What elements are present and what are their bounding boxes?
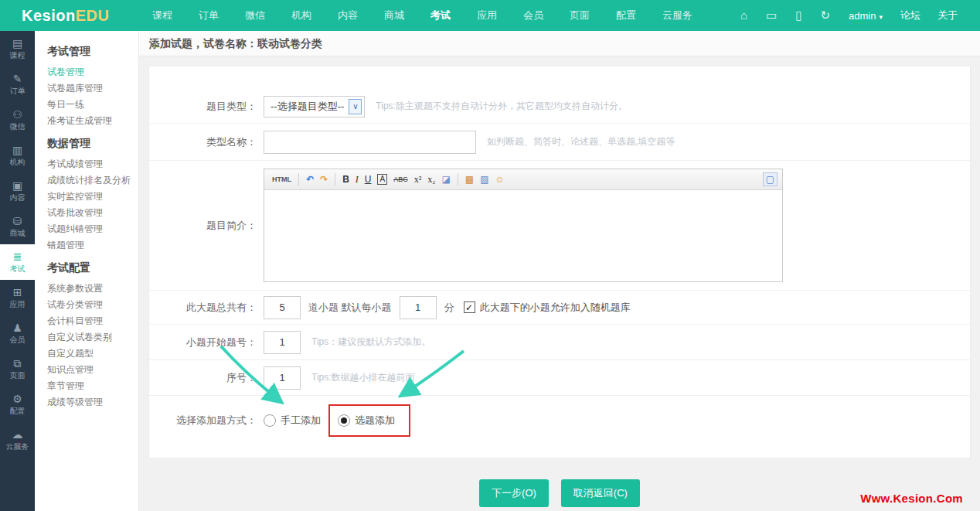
desktop-icon[interactable]: ▭	[757, 0, 786, 31]
submenu-item-accounting-subjects[interactable]: 会计科目管理	[47, 313, 138, 329]
submenu-item-paper-management[interactable]: 试卷管理	[47, 64, 138, 80]
question-type-select[interactable]: --选择题目类型-- ∨	[264, 96, 365, 118]
sidebar-item-mall[interactable]: ⛁商城	[0, 209, 35, 244]
order-number-tip: Tips:数据越小排在越前面	[311, 371, 415, 384]
submenu-item-custom-paper-types[interactable]: 自定义试卷类别	[47, 329, 138, 346]
username: admin	[849, 10, 876, 22]
type-name-row: 类型名称： 如判断题、简答时、论述题、单选题,填空题等	[149, 124, 970, 161]
logo-text-edu: EDU	[76, 7, 110, 24]
bold-icon[interactable]: B	[339, 170, 352, 189]
submenu-item-knowledge-points[interactable]: 知识点管理	[47, 362, 138, 378]
top-menu-apps[interactable]: 应用	[464, 0, 510, 31]
submenu-item-score-stats[interactable]: 成绩统计排名及分析	[47, 172, 138, 189]
question-count-label: 此大题总共有：	[149, 301, 264, 315]
about-link[interactable]: 关于	[929, 9, 966, 22]
top-menu-content[interactable]: 内容	[325, 0, 371, 31]
insert-image-icon[interactable]: ▩	[462, 170, 477, 189]
underline-icon[interactable]: U	[362, 170, 375, 189]
undo-icon[interactable]: ↶	[303, 170, 317, 189]
gear-icon: ⚙	[12, 393, 22, 405]
submenu-section-exam-config: 考试配置	[47, 261, 138, 275]
insert-media-icon[interactable]: ▨	[477, 170, 492, 189]
sidebar-item-institution[interactable]: ▥机构	[0, 138, 35, 173]
left-icon-sidebar: ▤课程 ✎订单 ⚇微信 ▥机构 ▣内容 ⛁商城 ≣考试 ⊞应用 ♟会员 ⧉页面 …	[0, 31, 35, 511]
font-color-icon[interactable]: A	[377, 174, 387, 185]
submenu-item-grade-levels[interactable]: 成绩等级管理	[47, 394, 138, 411]
type-name-tip: 如判断题、简答时、论述题、单选题,填空题等	[487, 135, 675, 148]
submenu-item-realtime-monitor[interactable]: 实时监控管理	[47, 189, 138, 205]
score-unit-text: 分	[444, 301, 454, 315]
forum-link[interactable]: 论坛	[892, 9, 929, 22]
submenu-item-paper-bank[interactable]: 试卷题库管理	[47, 80, 138, 97]
submenu-item-system-params[interactable]: 系统参数设置	[47, 281, 138, 297]
select-add-radio[interactable]	[338, 414, 350, 427]
editor-content-area[interactable]	[264, 190, 782, 281]
top-menu-orders[interactable]: 订单	[185, 0, 232, 31]
fullscreen-icon[interactable]: ▢	[763, 172, 778, 186]
highlight-box: 选题添加	[328, 404, 410, 437]
sidebar-item-apps[interactable]: ⊞应用	[0, 280, 35, 315]
submenu-item-wrong-questions[interactable]: 错题管理	[47, 237, 138, 254]
top-menu-institution[interactable]: 机构	[278, 0, 325, 31]
top-menu-mall[interactable]: 商城	[371, 0, 417, 31]
sidebar-item-exam[interactable]: ≣考试	[0, 244, 35, 280]
top-menu-config[interactable]: 配置	[603, 0, 649, 31]
submenu-item-paper-categories[interactable]: 试卷分类管理	[47, 297, 138, 313]
manual-add-radio[interactable]	[264, 414, 276, 427]
sidebar-item-content[interactable]: ▣内容	[0, 173, 35, 209]
submenu-item-admission-ticket[interactable]: 准考证生成管理	[47, 113, 138, 129]
top-menu-exam[interactable]: 考试	[417, 0, 464, 31]
submenu-item-scores[interactable]: 考试成绩管理	[47, 156, 138, 172]
type-name-label: 类型名称：	[149, 135, 264, 149]
question-intro-row: 题目简介： HTML ↶ ↷ B I U A ABC x² x₂ ◪	[149, 161, 970, 291]
strikethrough-icon[interactable]: ABC	[390, 170, 411, 189]
sidebar-item-courses[interactable]: ▤课程	[0, 31, 35, 66]
html-source-icon[interactable]: HTML	[269, 170, 294, 189]
watermark-text: Www.Kesion.Com	[860, 492, 963, 505]
sidebar-item-cloud[interactable]: ☁云服务	[0, 422, 35, 458]
top-menu-members[interactable]: 会员	[510, 0, 556, 31]
submenu-item-chapters[interactable]: 章节管理	[47, 378, 138, 394]
emoticon-icon[interactable]: ☺	[492, 170, 507, 189]
home-icon[interactable]: ⌂	[731, 0, 757, 31]
superscript-icon[interactable]: x²	[411, 170, 425, 189]
next-step-button[interactable]: 下一步(O)	[479, 479, 549, 507]
select-dropdown-icon[interactable]: ∨	[349, 99, 362, 114]
exam-submenu: 考试管理 试卷管理 试卷题库管理 每日一练 准考证生成管理 数据管理 考试成绩管…	[35, 31, 139, 511]
remove-format-icon[interactable]: ◪	[438, 170, 453, 189]
cancel-return-button[interactable]: 取消返回(C)	[561, 479, 640, 507]
top-menu-courses[interactable]: 课程	[139, 0, 185, 31]
sidebar-item-wechat[interactable]: ⚇微信	[0, 102, 35, 138]
question-intro-label: 题目简介：	[149, 219, 264, 233]
sidebar-item-members[interactable]: ♟会员	[0, 315, 35, 351]
user-menu[interactable]: admin▾	[839, 10, 892, 22]
redo-icon[interactable]: ↷	[317, 170, 331, 189]
top-menu-cloud[interactable]: 云服务	[649, 0, 706, 31]
sidebar-item-orders[interactable]: ✎订单	[0, 66, 35, 102]
question-count-input[interactable]	[264, 296, 301, 319]
mobile-icon[interactable]: ▯	[786, 0, 811, 31]
app-logo[interactable]: KesionEDU	[0, 7, 139, 25]
add-question-form: 题目类型： --选择题目类型-- ∨ Tips:除主观题不支持自动计分外，其它题…	[148, 66, 971, 458]
italic-icon[interactable]: I	[352, 170, 362, 189]
order-number-row: 序号： Tips:数据越小排在越前面	[149, 360, 970, 396]
type-name-input[interactable]	[264, 131, 476, 154]
random-bank-checkbox-label: 此大题下的小题允许加入随机题库	[480, 301, 631, 315]
submenu-item-paper-grading[interactable]: 试卷批改管理	[47, 205, 138, 221]
top-menu-wechat[interactable]: 微信	[232, 0, 278, 31]
random-bank-checkbox[interactable]: ✓	[464, 301, 475, 313]
subscript-icon[interactable]: x₂	[424, 170, 438, 189]
order-number-input[interactable]	[264, 366, 301, 390]
refresh-icon[interactable]: ↻	[811, 0, 839, 31]
default-score-input[interactable]	[400, 296, 437, 319]
editor-toolbar: HTML ↶ ↷ B I U A ABC x² x₂ ◪ ▩ ▨ ☺	[264, 169, 782, 190]
question-count-row: 此大题总共有： 道小题 默认每小题 分 ✓ 此大题下的小题允许加入随机题库	[149, 291, 970, 325]
sidebar-item-pages[interactable]: ⧉页面	[0, 351, 35, 387]
sidebar-item-config[interactable]: ⚙配置	[0, 387, 35, 422]
submenu-item-custom-question-types[interactable]: 自定义题型	[47, 346, 138, 362]
top-navbar: KesionEDU 课程 订单 微信 机构 内容 商城 考试 应用 会员 页面 …	[0, 0, 980, 31]
start-number-input[interactable]	[264, 331, 301, 354]
top-menu-pages[interactable]: 页面	[556, 0, 603, 31]
submenu-item-error-correction[interactable]: 试题纠错管理	[47, 221, 138, 237]
submenu-item-daily-practice[interactable]: 每日一练	[47, 97, 138, 113]
